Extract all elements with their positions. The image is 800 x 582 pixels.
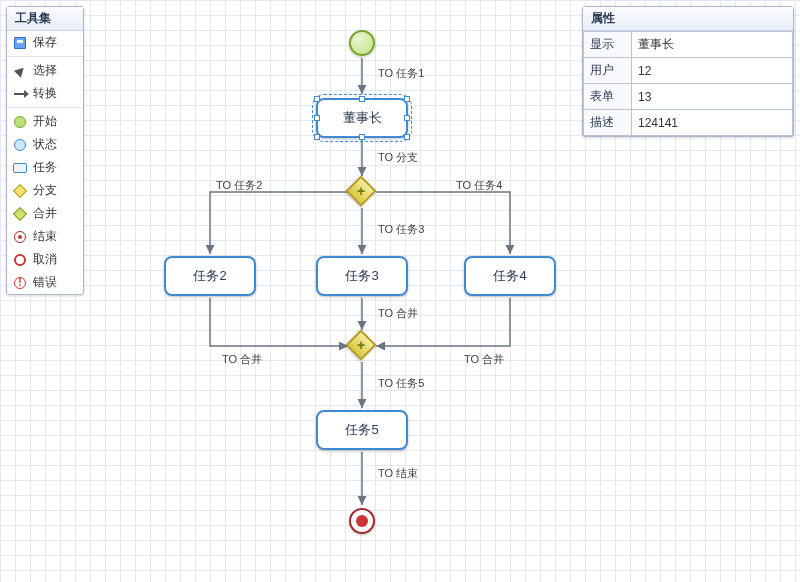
task-label: 董事长: [343, 109, 382, 127]
tool-end[interactable]: 结束: [7, 225, 83, 248]
tool-select[interactable]: 选择: [7, 59, 83, 82]
properties-table: 显示 董事长 用户 12 表单 13 描述 124141: [583, 31, 793, 136]
edge-label: TO 任务4: [456, 178, 502, 193]
task-node-task4[interactable]: 任务4: [464, 256, 556, 296]
tool-end-label: 结束: [33, 228, 57, 245]
resize-handle[interactable]: [314, 134, 320, 140]
edge-label: TO 合并: [222, 352, 262, 367]
tool-join-label: 合并: [33, 205, 57, 222]
resize-handle[interactable]: [404, 96, 410, 102]
prop-val-form[interactable]: 13: [632, 84, 793, 110]
plus-icon: +: [357, 184, 365, 198]
task-label: 任务3: [345, 267, 378, 285]
task-label: 任务4: [493, 267, 526, 285]
tool-select-label: 选择: [33, 62, 57, 79]
prop-row-display: 显示 董事长: [584, 32, 793, 58]
task-node-chairman[interactable]: 董事长: [316, 98, 408, 138]
tool-start-label: 开始: [33, 113, 57, 130]
prop-row-desc: 描述 124141: [584, 110, 793, 136]
save-icon: [13, 36, 27, 50]
edge-label: TO 合并: [464, 352, 504, 367]
prop-key: 描述: [584, 110, 632, 136]
edge-label: TO 任务3: [378, 222, 424, 237]
tool-start[interactable]: 开始: [7, 110, 83, 133]
prop-val-desc[interactable]: 124141: [632, 110, 793, 136]
resize-handle[interactable]: [404, 134, 410, 140]
edge-label: TO 任务1: [378, 66, 424, 81]
properties-title: 属性: [583, 7, 793, 31]
tool-task[interactable]: 任务: [7, 156, 83, 179]
tool-save[interactable]: 保存: [7, 31, 83, 54]
tool-save-label: 保存: [33, 34, 57, 51]
join-icon: [13, 207, 27, 221]
task-node-task5[interactable]: 任务5: [316, 410, 408, 450]
edge-label: TO 分支: [378, 150, 418, 165]
diagram-canvas[interactable]: 工具集 保存 选择 转换 开始 状态 任务 分支: [0, 0, 800, 582]
tool-task-label: 任务: [33, 159, 57, 176]
prop-row-user: 用户 12: [584, 58, 793, 84]
tool-transition[interactable]: 转换: [7, 82, 83, 105]
prop-val-display[interactable]: 董事长: [632, 32, 793, 58]
state-icon: [13, 138, 27, 152]
error-icon: !: [13, 276, 27, 290]
prop-row-form: 表单 13: [584, 84, 793, 110]
tool-fork[interactable]: 分支: [7, 179, 83, 202]
tool-fork-label: 分支: [33, 182, 57, 199]
toolbox-divider: [7, 56, 83, 57]
start-node[interactable]: [349, 30, 375, 56]
cursor-icon: [13, 64, 27, 78]
toolbox-title: 工具集: [7, 7, 83, 31]
task-icon: [13, 161, 27, 175]
tool-join[interactable]: 合并: [7, 202, 83, 225]
toolbox-panel: 工具集 保存 选择 转换 开始 状态 任务 分支: [6, 6, 84, 295]
fork-gateway[interactable]: +: [345, 175, 376, 206]
plus-icon: +: [357, 338, 365, 352]
prop-val-user[interactable]: 12: [632, 58, 793, 84]
tool-cancel-label: 取消: [33, 251, 57, 268]
resize-handle[interactable]: [314, 96, 320, 102]
resize-handle[interactable]: [359, 96, 365, 102]
resize-handle[interactable]: [404, 115, 410, 121]
resize-handle[interactable]: [314, 115, 320, 121]
tool-state-label: 状态: [33, 136, 57, 153]
fork-icon: [13, 184, 27, 198]
end-icon: [13, 230, 27, 244]
tool-error-label: 错误: [33, 274, 57, 291]
toolbox-divider: [7, 107, 83, 108]
task-label: 任务5: [345, 421, 378, 439]
properties-panel: 属性 显示 董事长 用户 12 表单 13 描述 124141: [582, 6, 794, 137]
edge-label: TO 任务2: [216, 178, 262, 193]
edge-label: TO 任务5: [378, 376, 424, 391]
tool-transition-label: 转换: [33, 85, 57, 102]
tool-state[interactable]: 状态: [7, 133, 83, 156]
end-node[interactable]: [349, 508, 375, 534]
start-icon: [13, 115, 27, 129]
prop-key: 用户: [584, 58, 632, 84]
task-label: 任务2: [193, 267, 226, 285]
prop-key: 表单: [584, 84, 632, 110]
prop-key: 显示: [584, 32, 632, 58]
join-gateway[interactable]: +: [345, 329, 376, 360]
task-node-task2[interactable]: 任务2: [164, 256, 256, 296]
task-node-task3[interactable]: 任务3: [316, 256, 408, 296]
edge-label: TO 结束: [378, 466, 418, 481]
edge-label: TO 合并: [378, 306, 418, 321]
cancel-icon: [13, 253, 27, 267]
arrow-icon: [13, 87, 27, 101]
tool-error[interactable]: ! 错误: [7, 271, 83, 294]
resize-handle[interactable]: [359, 134, 365, 140]
tool-cancel[interactable]: 取消: [7, 248, 83, 271]
